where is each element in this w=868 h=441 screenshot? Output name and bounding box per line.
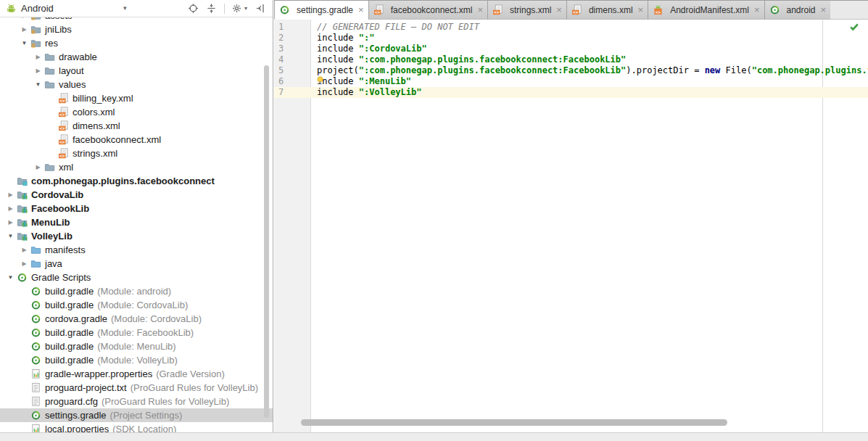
tab-close-icon[interactable]: × [638,5,644,15]
tree-item-MenuLib[interactable]: ▶MenuLib [0,215,273,229]
tree-item-suffix: (SDK Location) [112,424,176,432]
collapsed-arrow-icon[interactable]: ▶ [4,191,17,198]
folder-res-icon [30,24,41,35]
locate-target-icon[interactable] [188,3,199,15]
code-line-2[interactable]: 2include ":" [274,33,868,44]
tree-item-build.gradle[interactable]: build.gradle(Module: FacebookLib) [0,326,273,339]
collapsed-arrow-icon[interactable]: ▶ [32,164,44,170]
tab-strings.xml[interactable]: <>strings.xml× [487,1,566,20]
code-line-6[interactable]: 6include ":MenuLib" [274,76,868,87]
expanded-arrow-icon[interactable]: ▼ [18,40,30,46]
tree-item-layout[interactable]: ▶layout [0,64,273,78]
collapsed-arrow-icon[interactable]: ▶ [18,26,30,33]
tree-item-suffix: (ProGuard Rules for VolleyLib) [102,396,229,407]
code-line-5[interactable]: 5project(":com.phonegap.plugins.facebook… [274,65,868,76]
collapsed-arrow-icon[interactable]: ▶ [32,67,44,74]
code-line-7[interactable]: 7include ":VolleyLib" [274,87,868,98]
tree-item-label: gradle-wrapper.properties [45,368,152,379]
xml-file-icon: <> [58,148,69,159]
tree-item-res[interactable]: ▼res [0,36,273,50]
tree-item-facebookconnect.xml[interactable]: <>facebookconnect.xml [0,133,273,147]
tab-dimens.xml[interactable]: <>dimens.xml× [566,1,648,20]
tree-item-values[interactable]: ▼values [0,78,273,91]
tree-item-build.gradle[interactable]: build.gradle(Module: VolleyLib) [0,353,273,367]
gradle-icon [30,300,41,310]
collapsed-arrow-icon[interactable]: ▶ [18,17,30,19]
tab-facebookconnect.xml[interactable]: <>facebookconnect.xml× [368,1,487,20]
tree-item-label: VolleyLib [31,231,73,242]
folder-pkg-icon [17,176,28,186]
tree-item-jniLibs[interactable]: ▶jniLibs [0,22,273,36]
tree-item-FacebookLib[interactable]: ▶FacebookLib [0,202,273,215]
expanded-arrow-icon[interactable]: ▼ [4,233,17,239]
tree-item-build.gradle[interactable]: build.gradle(Module: MenuLib) [0,339,273,353]
code-area[interactable]: 1// GENERATED FILE — DO NOT EDIT2include… [274,20,868,98]
tree-item-gradle-wrapper.properties[interactable]: gradle-wrapper.properties(Gradle Version… [0,367,273,381]
tree-item-Gradle Scripts[interactable]: ▼Gradle Scripts [0,271,273,284]
expanded-arrow-icon[interactable]: ▼ [32,81,44,88]
tab-close-icon[interactable]: × [556,5,562,15]
gear-dropdown-caret-icon[interactable]: ▾ [244,5,247,12]
tree-item-xml[interactable]: ▶xml [0,160,273,174]
tab-close-icon[interactable]: × [477,5,483,15]
collapsed-arrow-icon[interactable]: ▶ [4,219,17,226]
tree-item-suffix: (Module: FacebookLib) [97,327,194,338]
collapsed-arrow-icon[interactable]: ▶ [18,247,30,253]
tab-close-icon[interactable]: × [754,5,760,15]
tree-item-java[interactable]: ▶java [0,257,273,271]
code-line-3[interactable]: 3include ":CordovaLib" [274,44,868,54]
toolbar-separator [224,4,225,14]
folder-blue-icon [30,258,41,269]
tab-AndroidManifest.xml[interactable]: <>AndroidManifest.xml× [648,1,764,20]
intention-bulb-icon[interactable] [315,75,325,88]
project-view-selector[interactable]: Android [21,3,54,14]
settings-gear-icon[interactable] [231,3,243,15]
tree-item-settings.gradle[interactable]: settings.gradle(Project Settings) [0,408,273,422]
tree-item-manifests[interactable]: ▶manifests [0,243,273,257]
tree-item-VolleyLib[interactable]: ▼VolleyLib [0,229,273,243]
tree-item-strings.xml[interactable]: <>strings.xml [0,147,273,160]
line-number: 5 [274,65,311,76]
tree-item-com.phonegap.plugins.facebookconnect[interactable]: com.phonegap.plugins.facebookconnect [0,174,273,188]
text-file-icon [30,382,41,393]
collapsed-arrow-icon[interactable]: ▶ [32,54,44,60]
folder-res-icon [30,38,41,49]
selector-dropdown-caret-icon[interactable]: ▾ [123,4,127,12]
collapse-all-icon[interactable] [206,3,218,15]
tab-android[interactable]: android× [764,1,831,20]
tree-item-proguard.cfg[interactable]: proguard.cfg(ProGuard Rules for VolleyLi… [0,395,273,408]
tab-settings.gradle[interactable]: settings.gradle× [274,1,368,20]
hide-panel-icon[interactable] [254,3,265,15]
tree-item-build.gradle[interactable]: build.gradle(Module: CordovaLib) [0,298,273,312]
tree-item-local.properties[interactable]: local.properties(SDK Location) [0,422,273,432]
tree-item-build.gradle[interactable]: build.gradle(Module: android) [0,284,273,298]
tree-item-label: build.gradle [45,355,94,366]
line-number: 2 [274,33,311,44]
svg-text:<>: <> [656,9,661,15]
svg-text:<>: <> [494,9,500,15]
tree-item-drawable[interactable]: ▶drawable [0,50,273,64]
gradle-icon [279,4,290,15]
tree-item-proguard-project.txt[interactable]: proguard-project.txt(ProGuard Rules for … [0,381,273,395]
tab-close-icon[interactable]: × [821,5,827,15]
editor-area: settings.gradle×<>facebookconnect.xml×<>… [274,0,868,432]
tree-item-suffix: (Project Settings) [110,410,183,421]
editor-horizontal-scrollbar[interactable] [301,419,727,426]
tree-item-billing_key.xml[interactable]: <>billing_key.xml [0,91,273,105]
tree-item-assets[interactable]: ▶assets [0,17,273,22]
tree-item-label: Gradle Scripts [31,272,91,283]
tree-item-colors.xml[interactable]: <>colors.xml [0,105,273,119]
sidebar-vertical-scrollbar[interactable] [264,65,269,418]
code-line-1[interactable]: 1// GENERATED FILE — DO NOT EDIT [274,22,868,33]
tab-label: strings.xml [510,5,551,15]
expanded-arrow-icon[interactable]: ▼ [4,274,17,281]
editor[interactable]: 1// GENERATED FILE — DO NOT EDIT2include… [274,20,868,432]
tree-item-cordova.gradle[interactable]: cordova.gradle(Module: CordovaLib) [0,312,273,326]
collapsed-arrow-icon[interactable]: ▶ [18,260,30,267]
tree-item-dimens.xml[interactable]: <>dimens.xml [0,119,273,133]
tab-close-icon[interactable]: × [358,5,364,15]
tree-item-CordovaLib[interactable]: ▶CordovaLib [0,188,273,202]
collapsed-arrow-icon[interactable]: ▶ [4,205,17,212]
code-line-4[interactable]: 4include ":com.phonegap.plugins.facebook… [274,54,868,65]
tree-item-label: dimens.xml [73,120,120,131]
